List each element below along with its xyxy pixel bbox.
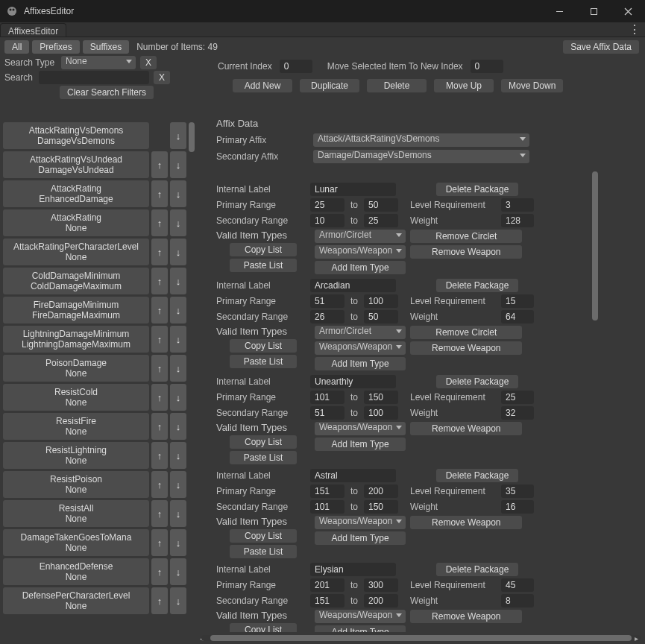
affix-card[interactable]: ResistAllNone	[3, 500, 149, 527]
add-item-type-button[interactable]: Add Item Type	[315, 261, 406, 274]
internal-label-input[interactable]	[310, 563, 396, 576]
clear-search-filters-button[interactable]: Clear Search Filters	[60, 86, 154, 99]
move-up-button[interactable]: Move Up	[434, 79, 494, 92]
tab-affixeseditor[interactable]: AffixesEditor	[0, 23, 66, 37]
affix-card[interactable]: FireDamageMinimumFireDamageMaximum	[3, 297, 149, 323]
affix-card[interactable]: ResistLightningNone	[3, 442, 149, 469]
valid-item-type-dropdown[interactable]: Weapons/Weapon	[315, 245, 406, 259]
move-up-small-button[interactable]: ↑	[151, 209, 168, 236]
detail-scrollbar[interactable]	[591, 171, 599, 629]
internal-label-input[interactable]	[310, 469, 396, 482]
filter-prefixes-button[interactable]: Prefixes	[32, 40, 79, 54]
secondary-range-max-input[interactable]	[364, 500, 398, 514]
remove-item-type-button[interactable]: Remove Weapon	[410, 422, 522, 435]
weight-input[interactable]	[501, 500, 534, 514]
horizontal-scrollbar[interactable]: ◂ ▸	[201, 634, 641, 643]
affix-card[interactable]: LightningDamageMinimumLightningDamageMax…	[3, 326, 149, 353]
affix-card[interactable]: ColdDamageMinimumColdDamageMaximum	[3, 268, 149, 294]
move-up-small-button[interactable]: ↑	[151, 268, 168, 294]
level-req-input[interactable]	[501, 578, 534, 592]
paste-list-button[interactable]: Paste List	[230, 545, 297, 558]
add-new-button[interactable]: Add New	[233, 79, 292, 92]
primary-range-max-input[interactable]	[364, 391, 398, 404]
primary-range-max-input[interactable]	[364, 484, 398, 498]
delete-package-button[interactable]: Delete Package	[436, 375, 518, 388]
affix-card[interactable]: AttackRatingNone	[3, 209, 149, 236]
move-down-small-button[interactable]: ↓	[170, 209, 186, 236]
remove-item-type-button[interactable]: Remove Circlet	[410, 326, 522, 339]
internal-label-input[interactable]	[310, 183, 396, 196]
move-down-small-button[interactable]: ↓	[170, 180, 186, 207]
affix-card[interactable]: ResistFireNone	[3, 413, 149, 440]
primary-range-max-input[interactable]	[364, 294, 398, 308]
list-scrollbar[interactable]	[187, 119, 196, 632]
affix-card[interactable]: AttackRatingVsUndeadDamageVsUndead	[3, 151, 149, 178]
affix-card[interactable]: DefensePerCharacterLevelNone	[3, 587, 149, 614]
secondary-range-max-input[interactable]	[364, 406, 398, 420]
weight-input[interactable]	[501, 594, 534, 607]
secondary-range-max-input[interactable]	[364, 214, 398, 227]
affix-card[interactable]: ResistColdNone	[3, 384, 149, 411]
add-item-type-button[interactable]: Add Item Type	[315, 357, 406, 370]
affix-card[interactable]: EnhancedDefenseNone	[3, 558, 149, 585]
move-up-small-button[interactable]: ↑	[151, 500, 168, 527]
move-down-small-button[interactable]: ↓	[170, 413, 186, 440]
level-req-input[interactable]	[501, 484, 534, 498]
remove-item-type-button[interactable]: Remove Circlet	[410, 230, 522, 243]
secondary-range-max-input[interactable]	[364, 310, 398, 323]
valid-item-type-dropdown[interactable]: Weapons/Weapon	[315, 610, 406, 623]
secondary-range-max-input[interactable]	[364, 594, 398, 607]
primary-range-min-input[interactable]	[310, 484, 344, 498]
filter-all-button[interactable]: All	[4, 40, 29, 54]
filter-suffixes-button[interactable]: Suffixes	[83, 40, 129, 54]
affix-card[interactable]: ResistPoisonNone	[3, 471, 149, 498]
delete-package-button[interactable]: Delete Package	[436, 469, 518, 482]
move-up-small-button[interactable]: ↑	[151, 297, 168, 323]
affix-card[interactable]: AttackRatingEnhancedDamage	[3, 180, 149, 207]
primary-range-max-input[interactable]	[364, 578, 398, 592]
current-index-input[interactable]	[280, 60, 312, 73]
move-up-small-button[interactable]: ↑	[151, 587, 168, 614]
move-down-small-button[interactable]: ↓	[170, 587, 186, 614]
affix-card[interactable]: DamageTakenGoesToManaNone	[3, 529, 149, 556]
delete-package-button[interactable]: Delete Package	[436, 279, 518, 292]
move-down-button[interactable]: Move Down	[501, 79, 563, 92]
move-up-small-button[interactable]: ↑	[151, 151, 168, 178]
move-down-small-button[interactable]: ↓	[170, 384, 186, 411]
copy-list-button[interactable]: Copy List	[230, 529, 297, 543]
primary-range-min-input[interactable]	[310, 578, 344, 592]
paste-list-button[interactable]: Paste List	[230, 355, 297, 368]
add-item-type-button[interactable]: Add Item Type	[315, 531, 406, 545]
move-up-small-button[interactable]: ↑	[151, 180, 168, 207]
add-item-type-button[interactable]: Add Item Type	[315, 438, 406, 451]
valid-item-type-dropdown[interactable]: Weapons/Weapon	[315, 422, 406, 435]
move-index-input[interactable]	[471, 60, 503, 73]
primary-range-min-input[interactable]	[310, 294, 344, 308]
move-up-small-button[interactable]: ↑	[151, 442, 168, 469]
primary-affix-dropdown[interactable]: Attack/AttackRatingVsDemons	[313, 133, 529, 147]
remove-item-type-button[interactable]: Remove Weapon	[410, 341, 522, 355]
delete-package-button[interactable]: Delete Package	[436, 183, 518, 196]
level-req-input[interactable]	[501, 198, 534, 212]
secondary-range-min-input[interactable]	[310, 310, 344, 323]
maximize-button[interactable]	[576, 0, 611, 22]
affix-card[interactable]: AttackRatingPerCharacterLevelNone	[3, 239, 149, 265]
move-up-small-button[interactable]: ↑	[151, 384, 168, 411]
secondary-range-min-input[interactable]	[310, 214, 344, 227]
move-down-small-button[interactable]: ↓	[170, 471, 186, 498]
move-up-small-button[interactable]: ↑	[151, 558, 168, 585]
secondary-affix-dropdown[interactable]: Damage/DamageVsDemons	[313, 150, 529, 163]
duplicate-button[interactable]: Duplicate	[300, 79, 359, 92]
weight-input[interactable]	[501, 214, 534, 227]
move-down-small-button[interactable]: ↓	[170, 122, 186, 149]
secondary-range-min-input[interactable]	[310, 406, 344, 420]
close-button[interactable]	[611, 0, 645, 22]
paste-list-button[interactable]: Paste List	[230, 451, 297, 464]
valid-item-type-dropdown[interactable]: Weapons/Weapon	[315, 516, 406, 529]
affix-card[interactable]: AttackRatingVsDemonsDamageVsDemons	[3, 122, 149, 149]
move-up-small-button[interactable]: ↑	[151, 529, 168, 556]
move-up-small-button[interactable]: ↑	[151, 239, 168, 265]
copy-list-button[interactable]: Copy List	[230, 339, 297, 353]
level-req-input[interactable]	[501, 294, 534, 308]
weight-input[interactable]	[501, 406, 534, 420]
